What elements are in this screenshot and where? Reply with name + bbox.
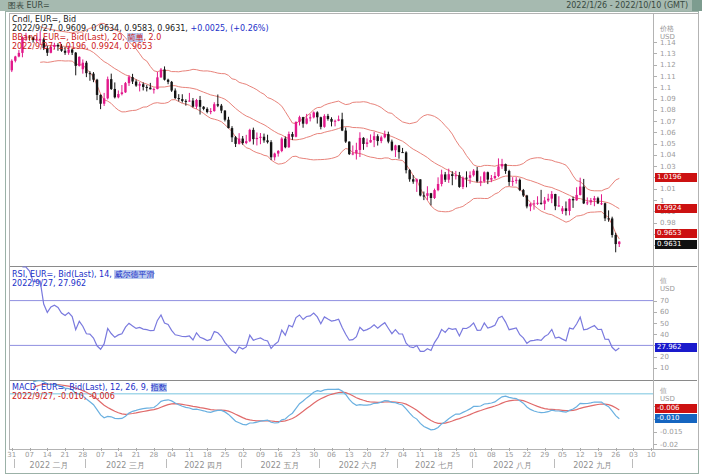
month-boundary [554, 459, 555, 468]
window-titlebar[interactable]: 图表 EUR= 2022/1/26 - 2022/10/10 (GMT) [0, 0, 702, 11]
day-tick-label: 26 [608, 451, 624, 459]
day-tick-label: 28 [75, 451, 91, 459]
axis-tick [654, 444, 657, 445]
main-price-tag: 0.9653 [655, 229, 697, 238]
month-boundary [632, 459, 633, 468]
price-panel[interactable] [10, 14, 653, 262]
axis-tick [654, 301, 657, 302]
day-tick-label: 13 [341, 451, 357, 459]
axis-tick [654, 99, 657, 100]
day-tick-label: 18 [199, 451, 215, 459]
day-tick-label: 30 [306, 451, 322, 459]
day-tick-label: 03 [625, 451, 641, 459]
price-tick-label: 0.98 [660, 219, 676, 227]
axis-tick [654, 144, 657, 145]
day-tick-label: 05 [554, 451, 570, 459]
day-tick-label: 19 [590, 451, 606, 459]
main-price-tag: 0.9924 [655, 204, 697, 213]
month-boundary [319, 459, 320, 468]
macd-price-tag: -0.006 [655, 404, 697, 413]
rsi-tick-label: 50 [660, 320, 669, 328]
axis-tick [654, 121, 657, 122]
rsi-values: 2022/9/27, 27.962 [12, 279, 154, 288]
axis-tick [654, 323, 657, 324]
rsi-axis-unit: USD [660, 285, 675, 293]
day-tick-label: 28 [146, 451, 162, 459]
price-tick-label: 1.06 [660, 129, 676, 137]
day-tick-label: 10 [643, 451, 659, 459]
axis-tick [654, 166, 657, 167]
month-label: 2022 四月 [169, 460, 239, 471]
rsi-series-label: RSI, EUR=, Bid(Last), 14, 威尔德平滑 [12, 270, 154, 279]
main-price-tag: 1.0196 [655, 173, 697, 182]
rsi-tick-label: 60 [660, 308, 669, 316]
day-tick-label: 20 [359, 451, 375, 459]
month-boundary [166, 459, 167, 468]
price-tick-label: 1.14 [660, 39, 676, 47]
date-range-label: 2022/1/26 - 2022/10/10 (GMT) [566, 0, 688, 11]
month-label: 2022 七月 [400, 460, 470, 471]
macd-price-tag: -0.010 [655, 414, 697, 423]
day-tick-label: 04 [395, 451, 411, 459]
price-tick-label: 1.13 [660, 50, 676, 58]
axis-tick [654, 334, 657, 335]
month-boundary [241, 459, 242, 468]
day-tick-label: 14 [110, 451, 126, 459]
titlebar-corner-cap [692, 0, 702, 11]
macd-panel-legend: MACD, EUR=, Bid(Last), 12, 26, 9, 指数 202… [12, 383, 167, 401]
axis-tick [654, 200, 657, 201]
rsi-smoothing-type[interactable]: 威尔德平滑 [114, 270, 154, 279]
chart-window: 图表 EUR= 2022/1/26 - 2022/10/10 (GMT) Cnd… [0, 0, 702, 474]
day-tick-label: 06 [324, 451, 340, 459]
price-axis[interactable]: 价格USD1.141.131.121.111.11.091.081.071.06… [654, 13, 698, 448]
day-tick-label: 15 [501, 451, 517, 459]
candles[interactable] [11, 31, 621, 252]
month-label: 2022 三月 [90, 460, 160, 471]
rsi-tick-label: 70 [660, 297, 669, 305]
day-tick-label: 21 [128, 451, 144, 459]
month-label: 2022 八月 [478, 460, 548, 471]
price-tick-label: 1.08 [660, 106, 676, 114]
price-tick-label: 1.1 [660, 84, 671, 92]
rsi-tick-label: 10 [660, 364, 669, 372]
day-tick-label: 12 [572, 451, 588, 459]
price-tick-label: 1.04 [660, 151, 676, 159]
axis-tick [654, 42, 657, 43]
price-tick-label: 1.03 [660, 163, 676, 171]
price-tick-label: 1.11 [660, 73, 676, 81]
month-label: 2022 六月 [323, 460, 393, 471]
macd-ma-type[interactable]: 指数 [151, 383, 167, 392]
bband-ma-type[interactable]: 简单 [127, 33, 143, 42]
axis-tick [654, 368, 657, 369]
price-tick-label: 1.12 [660, 61, 676, 69]
bband-values: 2022/9/27, 1.0196, 0.9924, 0.9653 [12, 42, 269, 51]
axis-tick [654, 87, 657, 88]
axis-tick [654, 132, 657, 133]
price-tick-label: 1.05 [660, 140, 676, 148]
candle-series-label: Cndl, EUR=, Bid [12, 15, 269, 24]
day-tick-label: 16 [270, 451, 286, 459]
day-tick-label: 21 [57, 451, 73, 459]
rsi-price-tag: 27.962 [655, 343, 697, 352]
rsi-tick-label: 40 [660, 331, 669, 339]
month-boundary [85, 459, 86, 468]
day-tick-label: 22 [519, 451, 535, 459]
time-axis[interactable]: 3107142128071421280411182502091623300613… [9, 449, 698, 473]
bollinger-bands [40, 23, 619, 239]
day-tick-label: 31 [4, 451, 20, 459]
month-label: 2022 二月 [14, 460, 84, 471]
axis-tick [654, 312, 657, 313]
axis-tick [654, 357, 657, 358]
rsi-tick-label: 20 [660, 353, 669, 361]
window-title: 图表 EUR= [8, 0, 50, 11]
day-tick-label: 11 [412, 451, 428, 459]
month-label: 2022 五月 [245, 460, 315, 471]
axis-tick [654, 110, 657, 111]
macd-tick-label: -0.02 [660, 441, 678, 449]
price-tick-label: 1.09 [660, 95, 676, 103]
day-tick-label: 01 [466, 451, 482, 459]
axis-tick [654, 432, 657, 433]
main-price-tag: 0.9631 [655, 240, 697, 249]
day-tick-label: 23 [288, 451, 304, 459]
macd-series-label: MACD, EUR=, Bid(Last), 12, 26, 9, 指数 [12, 383, 167, 392]
